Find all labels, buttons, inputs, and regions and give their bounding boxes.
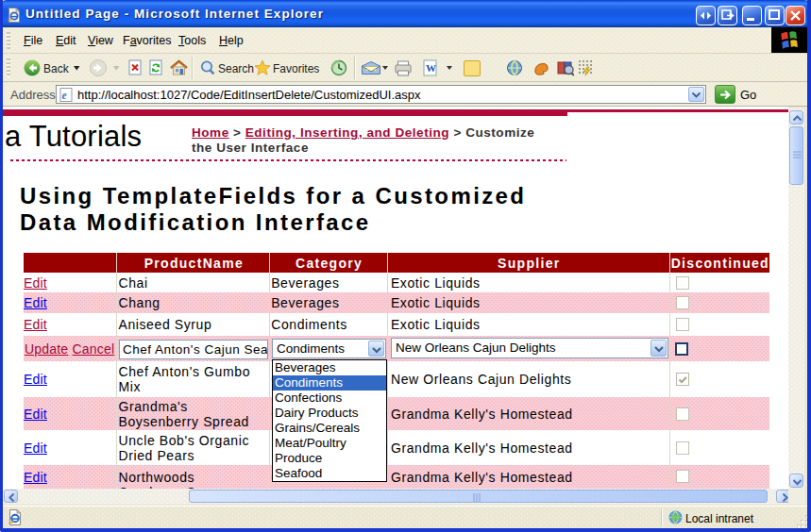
svg-text:W: W (426, 62, 436, 74)
svg-text:e: e (62, 90, 67, 101)
